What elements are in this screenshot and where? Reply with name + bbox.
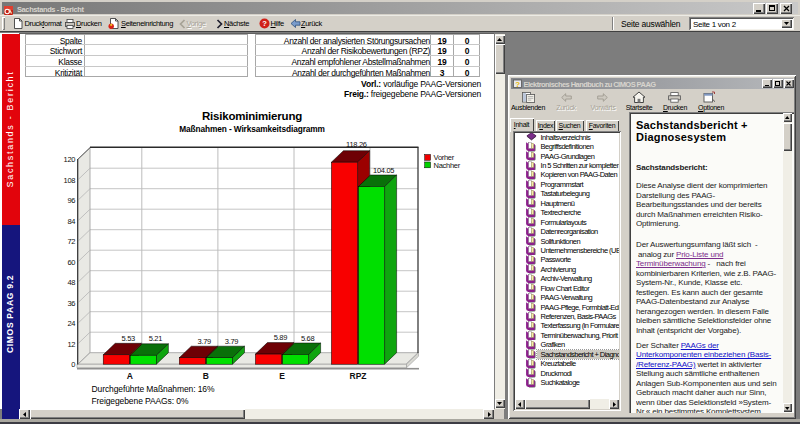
svg-text:36: 36 (67, 299, 75, 308)
svg-text:60: 60 (67, 258, 75, 267)
svg-text:12: 12 (67, 340, 75, 349)
svg-text:104.05: 104.05 (373, 166, 394, 175)
svg-text:Risikominimierung: Risikominimierung (202, 110, 302, 122)
svg-text:24: 24 (67, 319, 75, 328)
svg-text:72: 72 (67, 237, 75, 246)
svg-text:RPZ: RPZ (350, 371, 367, 381)
svg-text:Nachher: Nachher (434, 161, 461, 170)
svg-text:Maßnahmen - Wirksamkeitsdiagra: Maßnahmen - Wirksamkeitsdiagramm (179, 124, 325, 134)
svg-text:5.89: 5.89 (274, 333, 288, 342)
svg-text:120: 120 (64, 155, 76, 164)
svg-text:5.68: 5.68 (301, 334, 315, 343)
svg-text:48: 48 (67, 278, 75, 287)
svg-text:3.79: 3.79 (225, 337, 239, 346)
svg-text:118.26: 118.26 (346, 140, 367, 149)
svg-text:96: 96 (67, 196, 75, 205)
svg-text:3.79: 3.79 (198, 337, 212, 346)
svg-text:E: E (279, 371, 285, 381)
svg-text:?: ? (262, 19, 267, 28)
svg-text:0: 0 (71, 360, 75, 369)
svg-text:108: 108 (64, 176, 76, 185)
svg-text:5.53: 5.53 (121, 334, 135, 343)
svg-text:A: A (127, 371, 133, 381)
svg-text:84: 84 (67, 217, 75, 226)
svg-text:B: B (203, 371, 209, 381)
svg-text:?: ? (515, 79, 520, 88)
svg-text:5.21: 5.21 (149, 334, 163, 343)
